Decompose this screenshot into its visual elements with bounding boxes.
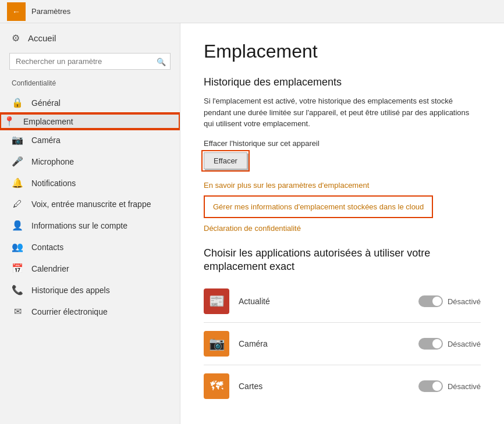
- sidebar-item-calendrier[interactable]: 📅 Calendrier: [0, 258, 180, 279]
- mail-icon: ✉: [12, 306, 23, 317]
- apps-section-title: Choisir les applications autorisées à ut…: [204, 247, 481, 274]
- cartes-icon-char: 🗺: [210, 379, 223, 394]
- sidebar: ⚙ Accueil 🔍 Confidentialité 🔒 Général 📍 …: [0, 23, 180, 424]
- lock-icon: 🔒: [12, 97, 23, 108]
- section-history-desc: Si l'emplacement est activé, votre histo…: [204, 95, 481, 130]
- toggle-track-camera[interactable]: [418, 338, 443, 350]
- divider-1: [204, 322, 481, 323]
- sidebar-item-label-general: Général: [31, 98, 61, 108]
- link-cloud-box[interactable]: Gérer mes informations d'emplacement sto…: [204, 195, 433, 218]
- calendar-icon: 📅: [12, 263, 23, 274]
- link-settings[interactable]: En savoir plus sur les paramètres d'empl…: [204, 181, 481, 190]
- notifications-icon: 🔔: [12, 177, 23, 188]
- account-icon: 👤: [12, 220, 23, 231]
- toggle-cartes[interactable]: Désactivé: [418, 380, 481, 392]
- toggle-thumb-cartes: [432, 382, 442, 391]
- app-row-cartes: 🗺 Cartes Désactivé: [204, 368, 481, 405]
- sidebar-home[interactable]: ⚙ Accueil: [0, 28, 180, 48]
- main-layout: ⚙ Accueil 🔍 Confidentialité 🔒 Général 📍 …: [0, 23, 504, 424]
- sidebar-item-label-contacts: Contacts: [31, 243, 63, 252]
- sidebar-section-label: Confidentialité: [0, 77, 180, 92]
- titlebar: ← Paramètres: [0, 0, 504, 23]
- page-title: Emplacement: [204, 41, 481, 62]
- sidebar-item-courrier[interactable]: ✉ Courrier électronique: [0, 301, 180, 322]
- toggle-track-actualite[interactable]: [418, 295, 443, 307]
- search-icon: 🔍: [157, 57, 166, 66]
- clear-label: Effacer l'historique sur cet appareil: [204, 139, 481, 148]
- search-input[interactable]: [9, 53, 171, 70]
- sidebar-item-notifications[interactable]: 🔔 Notifications: [0, 172, 180, 194]
- app-icon-actualite: 📰: [204, 288, 229, 314]
- sidebar-item-emplacement[interactable]: 📍 Emplacement: [0, 113, 180, 129]
- sidebar-item-label-historique: Historique des appels: [31, 286, 110, 295]
- sidebar-item-general[interactable]: 🔒 Général: [0, 92, 180, 113]
- app-icon-cartes: 🗺: [204, 373, 229, 399]
- app-row-actualite: 📰 Actualité Désactivé: [204, 283, 481, 320]
- home-icon: ⚙: [12, 33, 20, 44]
- voix-icon: 🖊: [12, 199, 23, 209]
- sidebar-item-label-camera: Caméra: [31, 136, 61, 145]
- toggle-label-cartes: Désactivé: [448, 382, 481, 391]
- camera-app-icon-char: 📷: [209, 336, 225, 351]
- app-name-cartes: Cartes: [239, 382, 418, 391]
- app-name-camera: Caméra: [239, 339, 418, 348]
- sidebar-item-label-emplacement: Emplacement: [23, 117, 73, 126]
- sidebar-item-label-microphone: Microphone: [31, 157, 74, 166]
- app-icon-camera: 📷: [204, 331, 229, 357]
- camera-icon: 📷: [12, 134, 23, 145]
- section-history-title: Historique des emplacements: [204, 76, 481, 88]
- link-privacy[interactable]: Déclaration de confidentialité: [204, 224, 481, 233]
- app-row-camera: 📷 Caméra Désactivé: [204, 325, 481, 362]
- contacts-icon: 👥: [12, 241, 23, 252]
- toggle-camera[interactable]: Désactivé: [418, 338, 481, 350]
- sidebar-item-camera[interactable]: 📷 Caméra: [0, 129, 180, 151]
- search-box: 🔍: [9, 53, 171, 70]
- app-name-actualite: Actualité: [239, 297, 418, 306]
- back-button[interactable]: ←: [7, 2, 26, 21]
- actualite-icon-char: 📰: [209, 294, 225, 309]
- clear-button[interactable]: Effacer: [204, 152, 247, 169]
- microphone-icon: 🎤: [12, 156, 23, 167]
- sidebar-item-contacts[interactable]: 👥 Contacts: [0, 236, 180, 258]
- sidebar-item-label-notifications: Notifications: [31, 179, 76, 188]
- calls-icon: 📞: [12, 284, 23, 295]
- toggle-actualite[interactable]: Désactivé: [418, 295, 481, 307]
- toggle-thumb-camera: [432, 339, 442, 348]
- sidebar-item-label-courrier: Courrier électronique: [31, 307, 108, 316]
- sidebar-item-label-calendrier: Calendrier: [31, 264, 69, 273]
- toggle-label-camera: Désactivé: [448, 340, 481, 348]
- sidebar-item-historique[interactable]: 📞 Historique des appels: [0, 279, 180, 301]
- link-cloud[interactable]: Gérer mes informations d'emplacement sto…: [213, 202, 424, 211]
- sidebar-home-label: Accueil: [28, 33, 56, 43]
- toggle-thumb-actualite: [432, 297, 442, 306]
- titlebar-title: Paramètres: [31, 7, 70, 16]
- sidebar-item-microphone[interactable]: 🎤 Microphone: [0, 151, 180, 172]
- content-area: Emplacement Historique des emplacements …: [180, 23, 504, 424]
- location-icon: 📍: [3, 116, 15, 127]
- toggle-track-cartes[interactable]: [418, 380, 443, 392]
- sidebar-item-label-voix: Voix, entrée manuscrite et frappe: [31, 199, 151, 209]
- sidebar-item-voix[interactable]: 🖊 Voix, entrée manuscrite et frappe: [0, 194, 180, 215]
- toggle-label-actualite: Désactivé: [448, 297, 481, 306]
- divider-2: [204, 365, 481, 365]
- sidebar-item-compte[interactable]: 👤 Informations sur le compte: [0, 215, 180, 236]
- sidebar-item-label-compte: Informations sur le compte: [31, 221, 127, 230]
- back-icon: ←: [12, 7, 20, 16]
